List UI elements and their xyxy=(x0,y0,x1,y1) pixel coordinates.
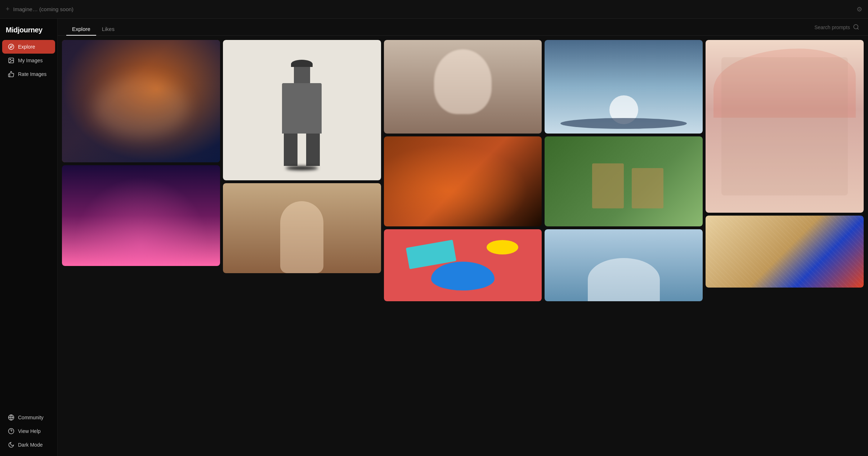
globe-icon xyxy=(8,414,14,421)
svg-line-9 xyxy=(857,28,858,29)
sidebar-item-explore[interactable]: Explore xyxy=(2,40,55,54)
list-item[interactable] xyxy=(706,216,864,288)
list-item[interactable] xyxy=(384,136,542,226)
sidebar-label-community: Community xyxy=(18,415,44,420)
imagine-input[interactable] xyxy=(13,6,853,12)
compass-icon xyxy=(8,44,14,50)
topbar: + ⚙ xyxy=(0,0,868,19)
main-content: Explore Likes Search prompts xyxy=(58,19,868,456)
list-item[interactable] xyxy=(706,40,864,213)
sidebar-label-view-help: View Help xyxy=(18,428,41,434)
image-icon xyxy=(8,57,14,64)
sidebar-label-my-images: My Images xyxy=(18,58,42,63)
search-icon[interactable] xyxy=(853,24,859,31)
search-prompts[interactable]: Search prompts xyxy=(814,24,859,35)
gallery-col-4 xyxy=(545,40,703,301)
gallery-col-5 xyxy=(706,40,864,288)
search-label: Search prompts xyxy=(814,24,850,30)
svg-point-8 xyxy=(854,24,858,29)
list-item[interactable] xyxy=(223,183,381,273)
sidebar-label-explore: Explore xyxy=(18,44,35,50)
app-logo: Midjourney xyxy=(0,23,57,40)
svg-point-0 xyxy=(9,44,14,50)
subnav: Explore Likes Search prompts xyxy=(58,19,868,36)
sidebar-label-dark-mode: Dark Mode xyxy=(18,442,42,448)
plus-icon[interactable]: + xyxy=(6,5,10,13)
sidebar-item-dark-mode[interactable]: Dark Mode xyxy=(2,438,55,452)
gallery xyxy=(58,36,868,456)
list-item[interactable] xyxy=(384,40,542,134)
gallery-col-2 xyxy=(223,40,381,273)
masonry-grid xyxy=(62,40,864,301)
main-layout: Midjourney Explore My Images xyxy=(0,19,868,456)
sidebar-label-rate-images: Rate Images xyxy=(18,71,46,77)
sidebar-item-community[interactable]: Community xyxy=(2,411,55,424)
svg-point-3 xyxy=(10,59,10,60)
moon-icon xyxy=(8,442,14,448)
gear-icon[interactable]: ⚙ xyxy=(856,5,862,13)
sidebar-item-my-images[interactable]: My Images xyxy=(2,54,55,67)
list-item[interactable] xyxy=(62,165,220,266)
list-item[interactable] xyxy=(545,40,703,134)
list-item[interactable] xyxy=(384,229,542,301)
gallery-col-3 xyxy=(384,40,542,301)
list-item[interactable] xyxy=(545,229,703,301)
list-item[interactable] xyxy=(545,136,703,226)
thumbs-up-icon xyxy=(8,71,14,77)
tab-likes[interactable]: Likes xyxy=(96,23,120,36)
sidebar-item-view-help[interactable]: View Help xyxy=(2,424,55,438)
sidebar-bottom: Community View Help Da xyxy=(0,411,57,452)
help-circle-icon xyxy=(8,428,14,434)
tab-explore[interactable]: Explore xyxy=(66,23,96,36)
sidebar-item-rate-images[interactable]: Rate Images xyxy=(2,67,55,81)
list-item[interactable] xyxy=(223,40,381,180)
gallery-col-1 xyxy=(62,40,220,266)
sidebar: Midjourney Explore My Images xyxy=(0,19,58,456)
list-item[interactable] xyxy=(62,40,220,162)
svg-marker-1 xyxy=(10,46,12,48)
